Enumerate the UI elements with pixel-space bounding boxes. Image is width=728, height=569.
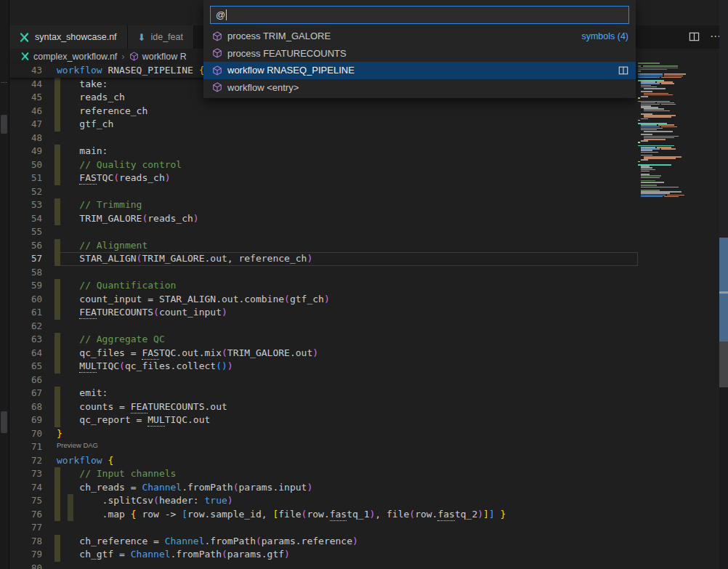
scrollbar-track[interactable] xyxy=(719,0,728,569)
line-number[interactable]: 68 xyxy=(9,400,42,414)
codelens-preview-dag[interactable]: Preview DAG xyxy=(57,441,98,449)
breadcrumb-file[interactable]: complex_workflow.nf xyxy=(33,52,117,62)
line-number[interactable]: 71 xyxy=(9,440,42,454)
left-rail-scrollbar-thumb[interactable] xyxy=(1,115,7,134)
breadcrumb-symbol[interactable]: workflow R xyxy=(142,52,187,62)
line-number[interactable]: 53 xyxy=(9,198,42,212)
line-number[interactable]: 77 xyxy=(9,521,42,535)
code-line[interactable]: 53 // Trimming xyxy=(9,198,638,212)
code-line[interactable]: 69 qc_report = MULTIQC.out xyxy=(9,413,638,427)
line-number[interactable]: 60 xyxy=(9,293,42,307)
code-line[interactable]: 70} xyxy=(9,427,638,441)
quick-open-item[interactable]: process FEATURECOUNTS xyxy=(203,45,636,62)
code-line[interactable]: 80 xyxy=(9,562,638,569)
line-number[interactable]: 51 xyxy=(9,171,42,185)
line-number[interactable]: 79 xyxy=(9,548,42,562)
code-token xyxy=(57,159,79,170)
line-number[interactable]: 49 xyxy=(9,145,42,158)
code-line[interactable]: 73 // Input channels xyxy=(9,467,638,481)
code-line[interactable]: 52 xyxy=(9,185,638,199)
line-number[interactable]: 80 xyxy=(9,562,42,569)
line-number[interactable]: 62 xyxy=(9,320,42,334)
line-number[interactable]: 70 xyxy=(9,427,42,441)
left-rail-scrollbar-thumb-2[interactable] xyxy=(1,411,7,433)
code-line[interactable]: 65 MULTIQC(qc_files.collect()) xyxy=(9,360,638,374)
line-number[interactable]: 74 xyxy=(9,481,42,495)
code-line[interactable]: 55 xyxy=(9,225,638,239)
code-line[interactable]: 48 xyxy=(9,132,638,145)
code-line[interactable]: 60 count_input = STAR_ALIGN.out.combine(… xyxy=(9,293,638,307)
quick-open-item[interactable]: process TRIM_GALOREsymbols (4) xyxy=(203,28,636,45)
code-editor[interactable]: 44 take:45 reads_ch46 reference_ch47 gtf… xyxy=(9,78,638,569)
line-number[interactable]: 67 xyxy=(9,387,42,400)
quick-open-item[interactable]: workflow RNASEQ_PIPELINE xyxy=(203,62,636,79)
code-line[interactable]: 64 qc_files = FASTQC.out.mix(TRIM_GALORE… xyxy=(9,347,638,360)
code-token: true xyxy=(205,495,227,506)
tab-ide-features[interactable]: ⬇ ide_feat xyxy=(128,25,194,49)
quick-open-list: process TRIM_GALOREsymbols (4)process FE… xyxy=(203,28,636,96)
quick-open-item[interactable]: workflow <entry> xyxy=(203,79,636,97)
code-line[interactable]: 77 xyxy=(9,521,638,535)
code-line[interactable]: 74 ch_reads = Channel.fromPath(params.in… xyxy=(9,481,638,495)
code-line[interactable]: 58 xyxy=(9,266,638,280)
code-token: ) xyxy=(227,495,233,506)
code-line[interactable]: 62 xyxy=(9,320,638,334)
line-number[interactable]: 69 xyxy=(9,413,42,427)
code-line[interactable]: 50 // Quality control xyxy=(9,158,638,172)
code-line[interactable]: 78 ch_reference = Channel.fromPath(param… xyxy=(9,535,638,549)
line-number[interactable]: 46 xyxy=(9,105,42,118)
line-number[interactable]: 59 xyxy=(9,279,42,293)
code-line[interactable]: 57 STAR_ALIGN(TRIM_GALORE.out, reference… xyxy=(9,252,638,266)
code-line[interactable]: 75 .splitCsv(header: true) xyxy=(9,494,638,508)
code-token: file xyxy=(278,509,301,520)
line-number[interactable]: 66 xyxy=(9,374,42,387)
scrollbar-thumb[interactable] xyxy=(719,238,728,342)
code-token: ( xyxy=(153,307,159,318)
code-line[interactable]: 63 // Aggregate QC xyxy=(9,333,638,347)
code-line[interactable]: 66 xyxy=(9,374,638,387)
minimap[interactable] xyxy=(638,62,719,499)
line-number[interactable]: 48 xyxy=(9,132,42,145)
line-number[interactable]: 72 xyxy=(9,454,42,468)
quick-open-input[interactable]: @ xyxy=(210,6,629,24)
code-line[interactable]: 71 xyxy=(9,440,638,454)
line-number[interactable]: 50 xyxy=(9,158,42,172)
line-number[interactable]: 58 xyxy=(9,266,42,280)
line-number[interactable]: 61 xyxy=(9,306,42,320)
line-number[interactable]: 44 xyxy=(9,78,42,92)
line-number[interactable]: 54 xyxy=(9,212,42,226)
line-number[interactable]: 57 xyxy=(9,252,42,266)
code-line[interactable]: 46 reference_ch xyxy=(9,105,638,118)
line-number[interactable]: 56 xyxy=(9,239,42,253)
code-line[interactable]: 72workflow { xyxy=(9,454,638,468)
line-number[interactable]: 52 xyxy=(9,185,42,199)
code-line[interactable]: 76 .map { row -> [row.sample_id, [file(r… xyxy=(9,508,638,522)
line-number[interactable]: 43 xyxy=(9,64,42,78)
code-line[interactable]: 67 emit: xyxy=(9,387,638,400)
code-line[interactable]: 79 ch_gtf = Channel.fromPath(params.gtf) xyxy=(9,548,638,562)
code-line[interactable]: 47 gtf_ch xyxy=(9,118,638,132)
line-number[interactable]: 73 xyxy=(9,467,42,481)
code-line[interactable]: 61 FEATURECOUNTS(count_input) xyxy=(9,306,638,320)
code-line[interactable]: 68 counts = FEATURECOUNTS.out xyxy=(9,400,638,414)
line-number[interactable]: 63 xyxy=(9,333,42,347)
line-number[interactable]: 55 xyxy=(9,225,42,239)
code-line[interactable]: 49 main: xyxy=(9,145,638,158)
code-line[interactable]: 56 // Alignment xyxy=(9,239,638,253)
line-number[interactable]: 64 xyxy=(9,347,42,360)
code-line[interactable]: 51 FASTQC(reads_ch) xyxy=(9,171,638,185)
line-number[interactable]: 75 xyxy=(9,494,42,508)
open-to-side-icon[interactable] xyxy=(618,65,628,76)
tab-syntax-showcase[interactable]: syntax_showcase.nf xyxy=(9,25,128,49)
scrollbar-thumb-secondary[interactable] xyxy=(719,342,728,387)
line-number[interactable]: 78 xyxy=(9,535,42,549)
line-number[interactable]: 47 xyxy=(9,118,42,132)
line-number[interactable]: 65 xyxy=(9,360,42,374)
split-editor-icon[interactable] xyxy=(687,30,700,43)
code-line[interactable]: 59 // Quantification xyxy=(9,279,638,293)
line-number[interactable]: 45 xyxy=(9,91,42,105)
left-rail-more-icon[interactable]: … xyxy=(0,77,9,84)
code-line[interactable]: 54 TRIM_GALORE(reads_ch) xyxy=(9,212,638,226)
code-token: .fromPath xyxy=(182,482,232,493)
line-number[interactable]: 76 xyxy=(9,508,42,522)
